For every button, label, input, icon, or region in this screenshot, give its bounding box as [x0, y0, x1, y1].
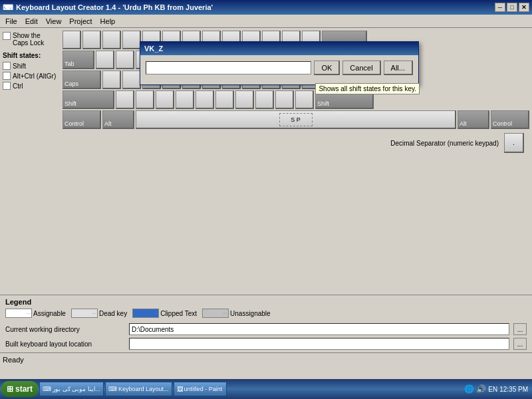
status-text: Ready	[3, 356, 24, 364]
shift-option-2: Ctrl	[3, 82, 57, 90]
taskbar-icons: 🌐 🔊 EN 12:35 PM	[464, 384, 528, 394]
cwd-input[interactable]	[129, 323, 509, 335]
altgr-checkbox[interactable]	[3, 72, 11, 80]
legend-title: Legend	[5, 298, 527, 306]
shift-option-0: Shift	[3, 62, 57, 70]
taskbar-item-0[interactable]: ⌨ اینا موبی کی بور...	[39, 382, 104, 396]
kb-layout-label: Built keyboard layout location	[5, 340, 125, 348]
dead-swatch: ···	[71, 309, 98, 318]
dialog-cancel-button[interactable]: Cancel	[342, 61, 380, 75]
legend-dead: ··· Dead key	[71, 309, 127, 318]
legend-items: ··· Assignable ··· Dead key ··· Clipped …	[5, 309, 527, 318]
start-button[interactable]: ⊞ start	[1, 381, 38, 397]
clipped-swatch: ···	[132, 309, 159, 318]
app-icon: ⌨	[3, 3, 13, 12]
assignable-swatch: ···	[5, 309, 32, 318]
shift-states-label: Shift states:	[3, 52, 57, 59]
taskbar-items: ⌨ اینا موبی کی بور... ⌨ Keyboard Layout.…	[39, 382, 463, 396]
title-bar: ⌨ Keyboard Layout Creator 1.4 - 'Urdu Ph…	[0, 0, 532, 15]
taskbar-item-icon-0: ⌨	[43, 386, 51, 392]
window-controls: ─ □ ✕	[495, 3, 529, 12]
shift-option-1: Alt+Ctrl (AltGr)	[3, 72, 57, 80]
shift-checkbox[interactable]	[3, 62, 11, 70]
start-icon: ⊞	[7, 384, 13, 394]
sidebar: Show the Caps Lock Shift states: Shift A…	[0, 28, 60, 295]
cwd-row: Current working directory ...	[5, 323, 527, 335]
status-bar: Ready	[0, 352, 532, 366]
kb-layout-row: Built keyboard layout location ...	[5, 338, 527, 350]
menu-help[interactable]: Help	[96, 16, 120, 27]
tray-icon-1: 🔊	[476, 384, 486, 394]
kb-layout-browse-button[interactable]: ...	[513, 338, 527, 350]
legend-section: Legend ··· Assignable ··· Dead key ··· C…	[0, 295, 532, 321]
menu-edit[interactable]: Edit	[21, 16, 42, 27]
taskbar-item-2[interactable]: 🖼 untitled - Paint	[174, 382, 227, 396]
dialog-text-input[interactable]	[146, 61, 311, 74]
caps-lock-checkbox[interactable]	[3, 32, 11, 40]
legend-clipped: ··· Clipped Text	[132, 309, 197, 318]
tray-icon-0: 🌐	[464, 384, 474, 394]
close-button[interactable]: ✕	[519, 3, 529, 12]
dialog-body: OK Cancel All... Shows all shift states …	[140, 55, 418, 84]
legend-assignable: ··· Assignable	[5, 309, 66, 318]
menu-bar: File Edit View Project Help	[0, 15, 532, 28]
dialog-input-row: OK Cancel All... Shows all shift states …	[146, 61, 413, 75]
maximize-button[interactable]: □	[507, 3, 517, 12]
dialog-tooltip: Shows all shift states for this key.	[315, 83, 420, 94]
dialog-all-button[interactable]: All...	[384, 61, 413, 75]
minimize-button[interactable]: ─	[495, 3, 505, 12]
cwd-label: Current working directory	[5, 326, 125, 333]
dir-section: Current working directory ... Built keyb…	[0, 321, 532, 352]
caps-lock-section: Show the Caps Lock	[3, 32, 57, 47]
dialog-vk-z: VK_Z OK Cancel All... Shows all shift st…	[140, 41, 419, 85]
menu-file[interactable]: File	[1, 16, 21, 27]
taskbar-item-icon-2: 🖼	[177, 386, 183, 392]
unassignable-swatch: ···	[202, 309, 229, 318]
caps-lock-label: Show the Caps Lock	[13, 32, 44, 47]
menu-view[interactable]: View	[42, 16, 66, 27]
language-indicator: EN	[488, 386, 497, 393]
taskbar-item-icon-1: ⌨	[108, 386, 117, 392]
full-area: Show the Caps Lock Shift states: Shift A…	[0, 28, 532, 366]
title-text: Keyboard Layout Creator 1.4 - 'Urdu Ph K…	[16, 3, 495, 11]
keyboard-wrapper: Backspace Tab Caps	[60, 28, 532, 295]
cwd-browse-button[interactable]: ...	[513, 323, 527, 335]
menu-project[interactable]: Project	[65, 16, 96, 27]
taskbar: ⊞ start ⌨ اینا موبی کی بور... ⌨ Keyboard…	[0, 379, 532, 399]
legend-unassignable: ··· Unassignable	[202, 309, 271, 318]
taskbar-item-1[interactable]: ⌨ Keyboard Layout...	[105, 382, 172, 396]
kb-layout-input[interactable]	[129, 338, 509, 350]
dialog-title: VK_Z	[140, 42, 418, 55]
clock: 12:35 PM	[499, 386, 528, 393]
main-content: Show the Caps Lock Shift states: Shift A…	[0, 28, 532, 295]
dialog-overlay: VK_Z OK Cancel All... Shows all shift st…	[60, 28, 532, 295]
dialog-ok-button[interactable]: OK	[314, 61, 340, 75]
ctrl-checkbox[interactable]	[3, 82, 11, 90]
